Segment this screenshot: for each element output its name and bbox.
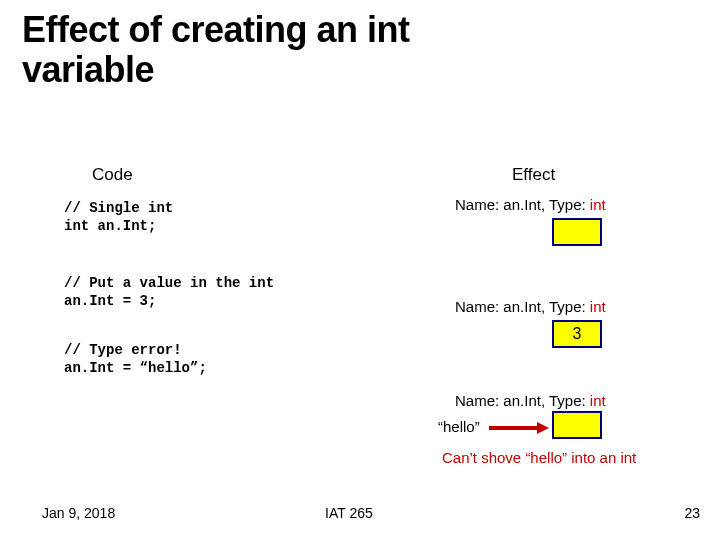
arrow-line — [489, 426, 539, 430]
type-prefix: , Type: — [541, 298, 590, 315]
code-b3-l2: an.Int = “hello”; — [64, 360, 207, 376]
type-prefix: , Type: — [541, 196, 590, 213]
code-b3-l1: // Type error! — [64, 342, 182, 358]
code-b1-l2: int an.Int; — [64, 218, 156, 234]
arrow-head — [537, 422, 549, 434]
slide-title: Effect of creating an int variable — [22, 10, 410, 89]
name-value: an.Int — [503, 392, 541, 409]
cannot-shove-label: Can’t shove “hello” into an int — [442, 449, 636, 466]
type-value: int — [590, 298, 606, 315]
hello-label: “hello” — [438, 418, 480, 435]
effect-2-box-value: 3 — [552, 320, 602, 348]
name-prefix: Name: — [455, 196, 503, 213]
code-block-2: // Put a value in the int an.Int = 3; — [64, 275, 274, 310]
effect-1-box — [552, 218, 602, 246]
code-b2-l2: an.Int = 3; — [64, 293, 156, 309]
code-block-1: // Single int int an.Int; — [64, 200, 173, 235]
name-value: an.Int — [503, 298, 541, 315]
code-b2-l1: // Put a value in the int — [64, 275, 274, 291]
slide: Effect of creating an int variable Code … — [0, 0, 720, 540]
type-value: int — [590, 196, 606, 213]
footer-date: Jan 9, 2018 — [42, 505, 115, 521]
code-column-header: Code — [92, 165, 133, 185]
effect-column-header: Effect — [512, 165, 555, 185]
code-block-3: // Type error! an.Int = “hello”; — [64, 342, 207, 377]
code-b1-l1: // Single int — [64, 200, 173, 216]
type-prefix: , Type: — [541, 392, 590, 409]
effect-3-box — [552, 411, 602, 439]
effect-2-label: Name: an.Int, Type: int — [455, 298, 606, 315]
arrow-icon — [489, 424, 550, 432]
effect-1-label: Name: an.Int, Type: int — [455, 196, 606, 213]
title-line-1: Effect of creating an int — [22, 9, 410, 50]
title-line-2: variable — [22, 49, 154, 90]
name-prefix: Name: — [455, 392, 503, 409]
type-value: int — [590, 392, 606, 409]
name-value: an.Int — [503, 196, 541, 213]
effect-3-label: Name: an.Int, Type: int — [455, 392, 606, 409]
footer-course: IAT 265 — [325, 505, 373, 521]
name-prefix: Name: — [455, 298, 503, 315]
footer-page-number: 23 — [684, 505, 700, 521]
